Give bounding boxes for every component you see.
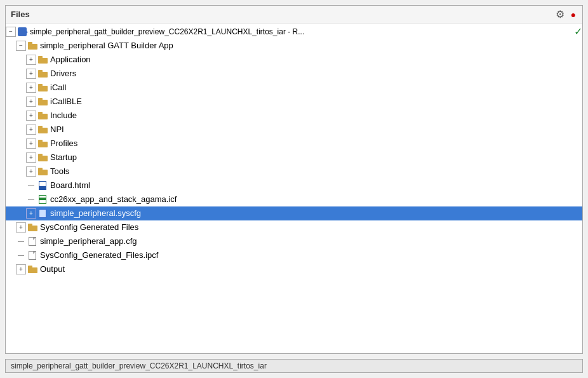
root-icon — [17, 27, 27, 36]
item-label: Profiles — [50, 137, 582, 150]
list-item[interactable]: — SysConfig_Generated_Files.ipcf — [6, 248, 582, 262]
folder-expander[interactable]: + — [16, 264, 26, 274]
folder-icon — [37, 55, 48, 64]
no-expander: — — [16, 250, 26, 260]
root-expander[interactable]: − — [6, 27, 16, 37]
item-label: Startup — [50, 151, 582, 164]
folder-expander[interactable]: − — [16, 41, 26, 51]
file-icon — [27, 251, 37, 260]
list-item[interactable]: — simple_peripheral_app.cfg — [6, 234, 582, 248]
folder-expander[interactable]: + — [26, 138, 36, 149]
panel-title: Files — [11, 10, 30, 19]
list-item[interactable]: + iCallBLE — [6, 95, 582, 109]
folder-expander[interactable]: + — [26, 97, 36, 107]
folder-icon — [27, 265, 37, 274]
folder-expander[interactable]: + — [16, 222, 26, 233]
list-item[interactable]: — cc26xx_app_and_stack_agama.icf — [6, 192, 582, 206]
item-label: Output — [40, 263, 582, 276]
list-item[interactable]: + NPI — [6, 123, 582, 137]
folder-icon — [37, 167, 48, 176]
close-button[interactable]: ● — [570, 10, 577, 20]
item-label: cc26xx_app_and_stack_agama.icf — [50, 193, 582, 206]
no-expander: — — [26, 180, 36, 191]
item-label: Include — [50, 109, 582, 122]
list-item[interactable]: + SysConfig Generated Files — [6, 220, 582, 234]
folder-expander[interactable]: + — [26, 69, 36, 79]
folder-expander[interactable]: + — [26, 152, 36, 163]
list-item[interactable]: − simple_peripheral GATT Builder App — [6, 39, 582, 53]
item-label: simple_peripheral_app.cfg — [40, 235, 582, 248]
checkmark: ✓ — [574, 25, 582, 38]
item-label: simple_peripheral GATT Builder App — [40, 39, 582, 52]
item-label: SysConfig_Generated_Files.ipcf — [40, 249, 582, 262]
list-item[interactable]: + Startup — [6, 151, 582, 165]
file-tree: − simple_peripheral_gatt_builder_preview… — [6, 24, 582, 353]
folder-expander[interactable]: + — [26, 111, 36, 121]
item-label: SysConfig Generated Files — [40, 221, 582, 234]
folder-expander[interactable]: + — [26, 55, 36, 65]
list-item[interactable]: + Application — [6, 53, 582, 67]
folder-icon — [37, 111, 48, 120]
folder-icon — [37, 153, 48, 162]
no-expander: — — [26, 194, 36, 205]
list-item[interactable]: + Tools — [6, 165, 582, 179]
folder-expander[interactable]: + — [26, 83, 36, 93]
panel-header: Files ⚙ ● — [6, 6, 582, 24]
list-item[interactable]: — Board.html — [6, 179, 582, 192]
item-label: simple_peripheral.syscfg — [50, 207, 582, 220]
list-item[interactable]: + Output — [6, 262, 582, 276]
list-item[interactable]: + Include — [6, 109, 582, 123]
file-icon — [27, 237, 37, 246]
folder-icon — [37, 97, 48, 106]
folder-icon — [37, 69, 48, 78]
status-text: simple_peripheral_gatt_builder_preview_C… — [11, 361, 267, 370]
file-icf-icon — [37, 195, 48, 204]
folder-expander[interactable]: + — [26, 125, 36, 135]
item-label: Tools — [50, 165, 582, 178]
root-label: simple_peripheral_gatt_builder_preview_C… — [30, 25, 569, 38]
tree-root[interactable]: − simple_peripheral_gatt_builder_preview… — [6, 25, 582, 39]
files-panel: Files ⚙ ● − simple_peripheral_gatt_build… — [5, 5, 583, 354]
no-expander: — — [16, 236, 26, 246]
folder-icon — [27, 223, 37, 232]
folder-expander[interactable]: + — [26, 166, 36, 177]
item-label: Drivers — [50, 67, 582, 80]
selected-file-item[interactable]: + simple_peripheral.syscfg — [6, 206, 582, 220]
file-html-icon — [37, 181, 48, 190]
panel-actions: ⚙ ● — [554, 8, 577, 20]
item-label: iCallBLE — [50, 95, 582, 108]
folder-icon — [37, 125, 48, 134]
folder-icon — [27, 41, 37, 50]
folder-icon — [37, 83, 48, 92]
gear-button[interactable]: ⚙ — [554, 8, 566, 20]
item-label: Application — [50, 53, 582, 66]
folder-expander[interactable]: + — [26, 208, 36, 219]
list-item[interactable]: + Drivers — [6, 67, 582, 81]
list-item[interactable]: + iCall — [6, 81, 582, 95]
item-label: NPI — [50, 123, 582, 136]
folder-icon — [37, 139, 48, 148]
list-item[interactable]: + Profiles — [6, 137, 582, 151]
status-bar: simple_peripheral_gatt_builder_preview_C… — [5, 359, 583, 373]
item-label: iCall — [50, 81, 582, 94]
file-syscfg-icon — [37, 209, 48, 218]
item-label: Board.html — [50, 179, 582, 192]
